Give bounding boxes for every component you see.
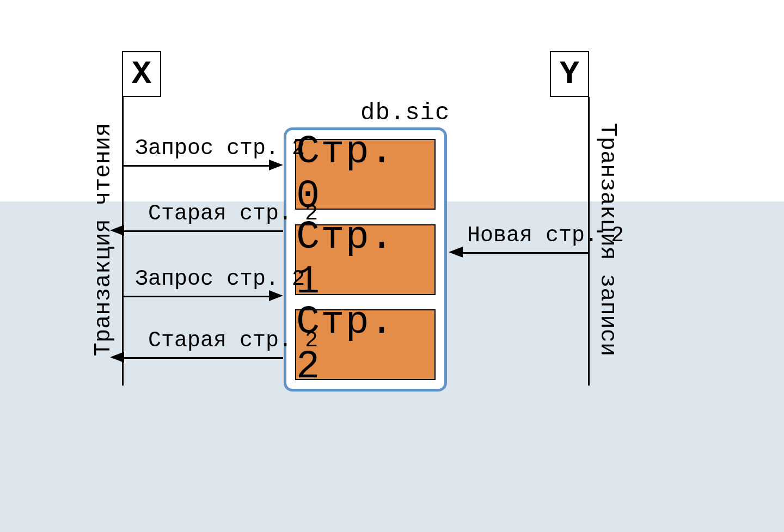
page-0: Стр. 0 [295, 139, 436, 210]
node-y: Y [550, 51, 589, 97]
msg-left-3-head [269, 290, 283, 301]
msg-right-1-head [449, 247, 463, 258]
msg-left-1-head [269, 160, 283, 170]
msg-left-2-line [123, 230, 283, 232]
lifeline-x-label: Транзакция чтения [90, 123, 117, 356]
msg-left-2-head [110, 225, 124, 236]
msg-left-2-label: Старая стр. 2 [148, 201, 318, 226]
msg-right-1-label: Новая стр. 2 [467, 223, 624, 248]
msg-right-1-line [462, 252, 589, 254]
msg-left-3-label: Запрос стр. 2 [135, 267, 305, 291]
msg-left-1-label: Запрос стр. 2 [135, 136, 305, 161]
msg-left-3-line [123, 296, 270, 297]
page-1: Стр. 1 [295, 224, 436, 295]
msg-left-4-line [123, 357, 283, 359]
msg-left-4-head [110, 352, 124, 363]
lifeline-x [122, 97, 124, 386]
msg-left-4-label: Старая стр. 2 [148, 328, 318, 353]
db-title: db.sic [360, 99, 450, 126]
node-x: X [122, 51, 161, 97]
msg-left-1-line [123, 165, 270, 167]
